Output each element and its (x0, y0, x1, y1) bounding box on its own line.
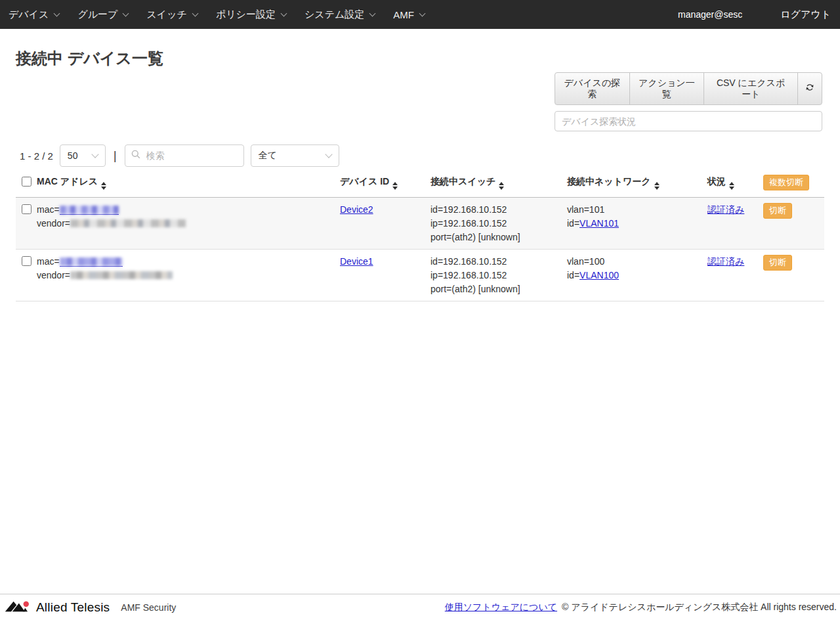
switch-ip: ip=192.168.10.152 (430, 270, 507, 280)
nav-item-switches[interactable]: スイッチ (137, 0, 206, 29)
refresh-button[interactable] (797, 73, 822, 104)
sort-icon (392, 182, 398, 190)
copyright-text: © アライドテレシスホールディングス株式会社 All rights reserv… (562, 602, 837, 613)
table-row: mac= vendor= Device1 id=192.168.10.152 i… (16, 250, 824, 301)
list-toolbar: 1 - 2 / 2 50 | 全て (20, 144, 840, 167)
column-header-status[interactable]: 状況 (704, 169, 759, 198)
brand-logo: Allied Telesis AMF Security (4, 598, 176, 617)
mac-label: mac= (37, 204, 60, 215)
select-all-checkbox[interactable] (22, 177, 32, 187)
chevron-down-icon (419, 10, 426, 16)
chevron-down-icon (192, 10, 198, 16)
switch-cell: id=192.168.10.152 ip=192.168.10.152 port… (427, 198, 563, 250)
nav-item-label: デバイス (9, 9, 49, 21)
nav-item-system[interactable]: システム設定 (295, 0, 384, 29)
discover-devices-button[interactable]: デバイスの探索 (555, 73, 629, 104)
vlan-link[interactable]: VLAN101 (579, 218, 619, 229)
sort-icon (729, 182, 734, 190)
nav-item-label: スイッチ (146, 9, 186, 21)
nav-item-label: システム設定 (304, 9, 364, 21)
switch-id: id=192.168.10.152 (430, 256, 507, 267)
result-range: 1 - 2 / 2 (20, 150, 53, 162)
switch-port: port=(ath2) [unknown] (430, 232, 520, 242)
switch-cell: id=192.168.10.152 ip=192.168.10.152 port… (427, 250, 563, 301)
network-id-label: id= (567, 270, 579, 280)
column-label: 接続中ネットワーク (567, 176, 651, 187)
row-checkbox[interactable] (22, 256, 32, 266)
software-info-link[interactable]: 使用ソフトウェアについて (445, 602, 557, 613)
mac-redacted-link[interactable] (60, 257, 123, 267)
chevron-down-icon (280, 10, 287, 16)
logged-in-user: manager@sesc (678, 9, 742, 20)
sort-icon (101, 182, 106, 190)
switch-ip: ip=192.168.10.152 (430, 218, 507, 229)
footer: Allied Telesis AMF Security 使用ソフトウェアについて… (0, 594, 840, 620)
row-checkbox[interactable] (22, 204, 32, 214)
nav-item-groups[interactable]: グループ (68, 0, 137, 29)
mac-redacted-link[interactable] (60, 206, 119, 215)
bulk-disconnect-button[interactable]: 複数切断 (763, 175, 809, 190)
filter-select[interactable]: 全て (251, 144, 339, 167)
action-list-button[interactable]: アクション一覧 (629, 73, 704, 104)
refresh-icon (805, 82, 815, 95)
page-size-value: 50 (68, 150, 78, 161)
mac-cell: mac= vendor= (33, 198, 336, 250)
filter-value: 全て (259, 150, 277, 162)
brand-name: Allied Telesis (36, 600, 110, 615)
vlan-link[interactable]: VLAN100 (579, 270, 619, 280)
nav-item-label: グループ (77, 9, 117, 21)
chevron-down-icon (54, 10, 60, 16)
toolbar-separator: | (114, 148, 117, 163)
chevron-down-icon (123, 10, 129, 16)
column-label: 接続中スイッチ (430, 176, 495, 187)
table-header-row: MAC アドレス デバイス ID 接続中スイッチ 接続中ネットワーク 状況 複数… (16, 169, 824, 198)
column-header-mac[interactable]: MAC アドレス (33, 169, 336, 198)
chevron-down-icon (91, 150, 98, 158)
column-label: MAC アドレス (37, 176, 98, 187)
column-header-device-id[interactable]: デバイス ID (336, 169, 427, 198)
nav-item-policy[interactable]: ポリシー設定 (207, 0, 295, 29)
csv-export-button[interactable]: CSV にエクスポート (704, 73, 797, 104)
action-button-group: デバイスの探索 アクション一覧 CSV にエクスポート (555, 72, 822, 105)
switch-port: port=(ath2) [unknown] (430, 284, 520, 294)
nav-item-devices[interactable]: デバイス (0, 0, 68, 29)
chevron-down-icon (325, 150, 332, 158)
nav-item-label: ポリシー設定 (216, 9, 276, 21)
network-id-label: id= (567, 218, 579, 229)
column-header-switch[interactable]: 接続中スイッチ (427, 169, 563, 198)
device-actions-panel: デバイスの探索 アクション一覧 CSV にエクスポート (555, 72, 822, 131)
vendor-label: vendor= (37, 218, 70, 229)
nav-item-amf[interactable]: AMF (384, 0, 434, 29)
disconnect-button[interactable]: 切断 (763, 203, 792, 219)
logout-button[interactable]: ログアウト (771, 9, 840, 21)
discover-status-input[interactable] (555, 111, 822, 131)
nav-item-label: AMF (393, 9, 414, 20)
network-cell: vlan=101 id=VLAN101 (563, 198, 704, 250)
vendor-label: vendor= (37, 270, 70, 280)
search-box (125, 144, 244, 167)
device-id-link[interactable]: Device2 (340, 204, 373, 215)
status-link[interactable]: 認証済み (707, 256, 744, 267)
chevron-down-icon (369, 10, 376, 16)
allied-telesis-logo-icon (4, 598, 32, 617)
page-title: 接続中 デバイス一覧 (16, 47, 840, 70)
vendor-redacted (70, 271, 173, 279)
vendor-redacted (70, 219, 186, 227)
page-size-select[interactable]: 50 (60, 144, 106, 167)
search-icon (131, 150, 140, 162)
mac-cell: mac= vendor= (33, 250, 336, 301)
column-label: デバイス ID (340, 176, 389, 187)
disconnect-button[interactable]: 切断 (763, 255, 792, 271)
column-label: 状況 (707, 176, 726, 187)
top-nav: デバイス グループ スイッチ ポリシー設定 システム設定 AMF manager… (0, 0, 840, 29)
column-header-network[interactable]: 接続中ネットワーク (563, 169, 704, 198)
search-input[interactable] (145, 150, 238, 162)
table-row: mac= vendor= Device2 id=192.168.10.152 i… (16, 198, 824, 250)
mac-label: mac= (37, 256, 60, 267)
network-cell: vlan=100 id=VLAN100 (563, 250, 704, 301)
switch-id: id=192.168.10.152 (430, 204, 507, 215)
device-id-link[interactable]: Device1 (340, 256, 373, 267)
status-link[interactable]: 認証済み (707, 204, 744, 215)
product-name: AMF Security (121, 602, 176, 613)
vlan-value: vlan=100 (567, 256, 604, 267)
